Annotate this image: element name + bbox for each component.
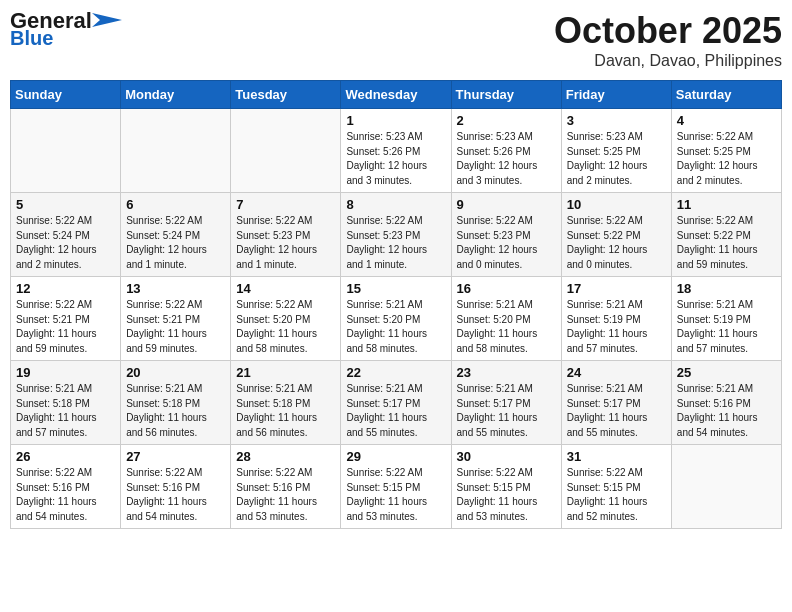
day-number: 18 [677, 281, 776, 296]
day-info: Sunrise: 5:22 AM Sunset: 5:22 PM Dayligh… [677, 214, 776, 272]
day-info: Sunrise: 5:22 AM Sunset: 5:23 PM Dayligh… [457, 214, 556, 272]
day-info: Sunrise: 5:22 AM Sunset: 5:23 PM Dayligh… [346, 214, 445, 272]
day-cell: 14Sunrise: 5:22 AM Sunset: 5:20 PM Dayli… [231, 277, 341, 361]
day-info: Sunrise: 5:22 AM Sunset: 5:16 PM Dayligh… [16, 466, 115, 524]
day-number: 30 [457, 449, 556, 464]
day-number: 8 [346, 197, 445, 212]
day-number: 29 [346, 449, 445, 464]
day-number: 3 [567, 113, 666, 128]
day-number: 24 [567, 365, 666, 380]
day-info: Sunrise: 5:22 AM Sunset: 5:23 PM Dayligh… [236, 214, 335, 272]
week-row-5: 26Sunrise: 5:22 AM Sunset: 5:16 PM Dayli… [11, 445, 782, 529]
day-number: 2 [457, 113, 556, 128]
day-cell: 25Sunrise: 5:21 AM Sunset: 5:16 PM Dayli… [671, 361, 781, 445]
day-cell: 13Sunrise: 5:22 AM Sunset: 5:21 PM Dayli… [121, 277, 231, 361]
day-cell [671, 445, 781, 529]
day-cell: 8Sunrise: 5:22 AM Sunset: 5:23 PM Daylig… [341, 193, 451, 277]
day-cell: 26Sunrise: 5:22 AM Sunset: 5:16 PM Dayli… [11, 445, 121, 529]
col-header-friday: Friday [561, 81, 671, 109]
week-row-4: 19Sunrise: 5:21 AM Sunset: 5:18 PM Dayli… [11, 361, 782, 445]
day-cell [11, 109, 121, 193]
day-number: 17 [567, 281, 666, 296]
day-number: 22 [346, 365, 445, 380]
day-number: 13 [126, 281, 225, 296]
day-number: 4 [677, 113, 776, 128]
day-cell: 12Sunrise: 5:22 AM Sunset: 5:21 PM Dayli… [11, 277, 121, 361]
day-number: 1 [346, 113, 445, 128]
day-cell: 17Sunrise: 5:21 AM Sunset: 5:19 PM Dayli… [561, 277, 671, 361]
day-info: Sunrise: 5:22 AM Sunset: 5:20 PM Dayligh… [236, 298, 335, 356]
day-info: Sunrise: 5:22 AM Sunset: 5:25 PM Dayligh… [677, 130, 776, 188]
day-number: 26 [16, 449, 115, 464]
day-cell: 5Sunrise: 5:22 AM Sunset: 5:24 PM Daylig… [11, 193, 121, 277]
day-number: 12 [16, 281, 115, 296]
day-info: Sunrise: 5:21 AM Sunset: 5:20 PM Dayligh… [457, 298, 556, 356]
month-title: October 2025 [554, 10, 782, 52]
day-info: Sunrise: 5:22 AM Sunset: 5:16 PM Dayligh… [236, 466, 335, 524]
day-cell: 22Sunrise: 5:21 AM Sunset: 5:17 PM Dayli… [341, 361, 451, 445]
day-number: 19 [16, 365, 115, 380]
day-cell: 3Sunrise: 5:23 AM Sunset: 5:25 PM Daylig… [561, 109, 671, 193]
day-info: Sunrise: 5:21 AM Sunset: 5:17 PM Dayligh… [457, 382, 556, 440]
location: Davan, Davao, Philippines [554, 52, 782, 70]
day-info: Sunrise: 5:22 AM Sunset: 5:16 PM Dayligh… [126, 466, 225, 524]
day-info: Sunrise: 5:22 AM Sunset: 5:21 PM Dayligh… [16, 298, 115, 356]
day-number: 5 [16, 197, 115, 212]
day-cell: 9Sunrise: 5:22 AM Sunset: 5:23 PM Daylig… [451, 193, 561, 277]
day-number: 14 [236, 281, 335, 296]
col-header-monday: Monday [121, 81, 231, 109]
day-number: 10 [567, 197, 666, 212]
day-info: Sunrise: 5:22 AM Sunset: 5:24 PM Dayligh… [126, 214, 225, 272]
day-cell: 28Sunrise: 5:22 AM Sunset: 5:16 PM Dayli… [231, 445, 341, 529]
day-info: Sunrise: 5:22 AM Sunset: 5:15 PM Dayligh… [567, 466, 666, 524]
day-info: Sunrise: 5:23 AM Sunset: 5:25 PM Dayligh… [567, 130, 666, 188]
svg-marker-0 [92, 13, 122, 27]
day-info: Sunrise: 5:21 AM Sunset: 5:20 PM Dayligh… [346, 298, 445, 356]
day-number: 9 [457, 197, 556, 212]
day-cell: 1Sunrise: 5:23 AM Sunset: 5:26 PM Daylig… [341, 109, 451, 193]
day-cell: 10Sunrise: 5:22 AM Sunset: 5:22 PM Dayli… [561, 193, 671, 277]
week-row-1: 1Sunrise: 5:23 AM Sunset: 5:26 PM Daylig… [11, 109, 782, 193]
day-cell: 7Sunrise: 5:22 AM Sunset: 5:23 PM Daylig… [231, 193, 341, 277]
day-cell: 31Sunrise: 5:22 AM Sunset: 5:15 PM Dayli… [561, 445, 671, 529]
day-cell: 20Sunrise: 5:21 AM Sunset: 5:18 PM Dayli… [121, 361, 231, 445]
day-info: Sunrise: 5:22 AM Sunset: 5:15 PM Dayligh… [457, 466, 556, 524]
day-info: Sunrise: 5:21 AM Sunset: 5:16 PM Dayligh… [677, 382, 776, 440]
col-header-tuesday: Tuesday [231, 81, 341, 109]
day-number: 7 [236, 197, 335, 212]
logo-arrow-icon [92, 13, 122, 27]
day-number: 25 [677, 365, 776, 380]
day-info: Sunrise: 5:21 AM Sunset: 5:19 PM Dayligh… [567, 298, 666, 356]
week-row-3: 12Sunrise: 5:22 AM Sunset: 5:21 PM Dayli… [11, 277, 782, 361]
day-info: Sunrise: 5:21 AM Sunset: 5:18 PM Dayligh… [126, 382, 225, 440]
day-number: 31 [567, 449, 666, 464]
day-number: 28 [236, 449, 335, 464]
day-cell: 4Sunrise: 5:22 AM Sunset: 5:25 PM Daylig… [671, 109, 781, 193]
day-info: Sunrise: 5:21 AM Sunset: 5:17 PM Dayligh… [346, 382, 445, 440]
col-header-wednesday: Wednesday [341, 81, 451, 109]
col-header-sunday: Sunday [11, 81, 121, 109]
day-cell: 6Sunrise: 5:22 AM Sunset: 5:24 PM Daylig… [121, 193, 231, 277]
day-info: Sunrise: 5:23 AM Sunset: 5:26 PM Dayligh… [457, 130, 556, 188]
day-info: Sunrise: 5:21 AM Sunset: 5:17 PM Dayligh… [567, 382, 666, 440]
day-cell: 2Sunrise: 5:23 AM Sunset: 5:26 PM Daylig… [451, 109, 561, 193]
day-number: 23 [457, 365, 556, 380]
day-cell [231, 109, 341, 193]
col-header-thursday: Thursday [451, 81, 561, 109]
day-cell: 16Sunrise: 5:21 AM Sunset: 5:20 PM Dayli… [451, 277, 561, 361]
day-number: 15 [346, 281, 445, 296]
calendar-header-row: SundayMondayTuesdayWednesdayThursdayFrid… [11, 81, 782, 109]
day-info: Sunrise: 5:22 AM Sunset: 5:22 PM Dayligh… [567, 214, 666, 272]
logo: General Blue [10, 10, 122, 48]
day-cell: 18Sunrise: 5:21 AM Sunset: 5:19 PM Dayli… [671, 277, 781, 361]
day-cell: 15Sunrise: 5:21 AM Sunset: 5:20 PM Dayli… [341, 277, 451, 361]
col-header-saturday: Saturday [671, 81, 781, 109]
logo-blue: Blue [10, 28, 53, 48]
day-number: 21 [236, 365, 335, 380]
day-info: Sunrise: 5:21 AM Sunset: 5:19 PM Dayligh… [677, 298, 776, 356]
day-info: Sunrise: 5:23 AM Sunset: 5:26 PM Dayligh… [346, 130, 445, 188]
day-cell: 11Sunrise: 5:22 AM Sunset: 5:22 PM Dayli… [671, 193, 781, 277]
day-number: 16 [457, 281, 556, 296]
title-area: October 2025 Davan, Davao, Philippines [554, 10, 782, 70]
day-info: Sunrise: 5:21 AM Sunset: 5:18 PM Dayligh… [236, 382, 335, 440]
